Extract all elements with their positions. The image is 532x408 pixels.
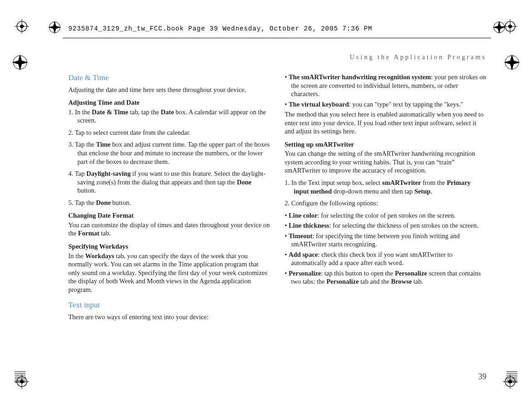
body-columns: Date & Time Adjusting the date and time …	[68, 73, 486, 325]
heading-adjusting: Adjusting Time and Date	[68, 98, 270, 107]
bullet-line-color: • Line color: for selecting the color of…	[285, 211, 486, 220]
step-4: 4. Tap Daylight-saving if you want to us…	[68, 169, 270, 195]
column-left: Date & Time Adjusting the date and time …	[68, 73, 270, 325]
registration-target-top-left	[11, 53, 29, 71]
step-setup-1: 1. In the Text input setup box, select s…	[285, 178, 486, 195]
page-number: 39	[478, 372, 486, 382]
para-workdays: In the Workdays tab, you can specify the…	[68, 252, 270, 294]
bullet-smartwriter: • The smARTwriter handwriting recognitio…	[285, 73, 486, 98]
registration-target-bottom-right	[503, 368, 521, 386]
step-2: 2. Tap to select current date from the c…	[68, 128, 270, 137]
bullet-timeout: • Timeout: for specifying the time betwe…	[285, 232, 486, 249]
para-method: The method that you select here is enabl…	[285, 110, 486, 136]
registration-target-top-right	[503, 53, 521, 71]
crop-mark-top-left	[15, 19, 29, 34]
para-format: You can customize the display of times a…	[68, 221, 270, 238]
heading-workdays: Specifying Workdays	[68, 242, 270, 251]
para-intro: Adjusting the date and time here sets th…	[68, 86, 270, 94]
header-rule	[63, 38, 491, 38]
heading-date-time: Date & Time	[68, 73, 270, 83]
para-text-input: There are two ways of entering text into…	[68, 313, 270, 321]
registration-mark-header-left	[46, 19, 63, 36]
page-content: Using the Application Programs Date & Ti…	[68, 54, 486, 381]
bullet-line-thickness: • Line thickness: for selecting the thic…	[285, 221, 486, 230]
step-1: 1. In the Date & Time tab, tap the Date …	[68, 108, 270, 125]
bullet-virtual-keyboard: • The virtual keyboard: you can "type" t…	[285, 100, 486, 109]
para-train: You can change the setting of the smARTw…	[285, 149, 486, 175]
heading-setting-smartwriter: Setting up smARTwriter	[285, 140, 486, 149]
running-head: Using the Application Programs	[350, 54, 486, 61]
heading-text-input: Text input	[68, 300, 270, 310]
step-setup-2: 2. Configure the following options:	[285, 199, 486, 208]
column-right: • The smARTwriter handwriting recognitio…	[285, 73, 486, 325]
heading-changing-format: Changing Date Format	[68, 211, 270, 220]
step-3: 3. Tap the Time box and adjust current t…	[68, 140, 270, 166]
registration-target-bottom-left	[11, 368, 29, 386]
step-5: 5. Tap the Done button.	[68, 199, 270, 207]
bullet-personalize: • Personalize: tap this button to open t…	[285, 269, 486, 286]
registration-mark-header-right	[491, 19, 507, 36]
header-filename: 9235874_3129_zh_tw_FCC.book Page 39 Wedn…	[68, 25, 373, 32]
bullet-add-space: • Add space: check this check box if you…	[285, 250, 486, 267]
